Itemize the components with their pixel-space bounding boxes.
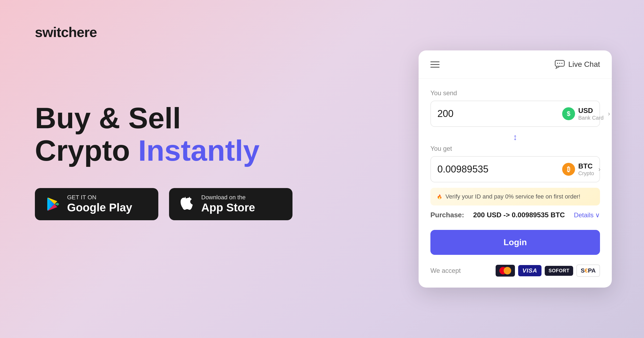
live-chat-button[interactable]: Live Chat — [554, 59, 600, 70]
apple-icon — [179, 196, 195, 212]
widget-header: Live Chat — [419, 50, 612, 79]
headline-instantly: Instantly — [138, 134, 259, 167]
widget-body: You send $ USD Bank Card › ↕ You get ₿ — [419, 79, 612, 288]
visa-badge: VISA — [518, 265, 541, 276]
live-chat-label: Live Chat — [568, 60, 600, 69]
receive-field: ₿ BTC Crypto › — [430, 156, 600, 182]
hamburger-menu[interactable] — [430, 61, 440, 68]
receive-amount-input[interactable] — [437, 164, 558, 175]
usd-icon: $ — [562, 107, 575, 120]
app-store-small: Download on the — [201, 194, 255, 201]
login-button[interactable]: Login — [430, 230, 600, 255]
details-chevron: ∨ — [595, 211, 600, 219]
usd-type: Bank Card — [578, 115, 604, 121]
promo-text: Verify your ID and pay 0% service fee on… — [445, 193, 580, 200]
receive-label: You get — [430, 145, 600, 152]
send-currency-selector[interactable]: $ USD Bank Card › — [562, 106, 610, 121]
google-play-button[interactable]: GET IT ON Google Play — [35, 188, 158, 221]
app-buttons: GET IT ON Google Play Download on the Ap… — [35, 188, 295, 221]
swap-icon: ↕ — [513, 132, 517, 142]
mastercard-icon — [499, 267, 511, 274]
app-store-button[interactable]: Download on the App Store — [169, 188, 292, 221]
btc-icon: ₿ — [562, 163, 575, 176]
promo-banner: 🔥 Verify your ID and pay 0% service fee … — [430, 188, 600, 205]
logo: switchere — [35, 24, 97, 40]
btc-info: BTC Crypto — [578, 162, 594, 177]
chat-bubble-icon — [554, 59, 565, 70]
purchase-label: Purchase: — [430, 211, 464, 219]
svg-point-1 — [557, 63, 558, 64]
send-label: You send — [430, 89, 600, 97]
hamburger-line-1 — [430, 61, 440, 62]
details-button[interactable]: Details ∨ — [574, 211, 600, 219]
payment-label: We accept — [430, 267, 461, 274]
btc-code: BTC — [578, 162, 592, 170]
swap-button[interactable]: ↕ — [430, 132, 600, 142]
btc-chevron: › — [598, 166, 601, 173]
payment-row: We accept VISA SOFORT — [430, 264, 600, 277]
sepa-euro: € — [585, 267, 588, 274]
sofort-label: SOFORT — [548, 268, 569, 274]
purchase-value: 200 USD -> 0.00989535 BTC — [473, 211, 565, 219]
sepa-badge: S€PA — [576, 264, 600, 277]
usd-info: USD Bank Card — [578, 106, 604, 121]
sofort-badge: SOFORT — [545, 266, 573, 276]
google-play-icon — [45, 196, 61, 212]
send-field: $ USD Bank Card › — [430, 101, 600, 127]
mastercard-badge — [496, 265, 515, 277]
promo-emoji: 🔥 — [437, 194, 442, 199]
hamburger-line-2 — [430, 64, 440, 65]
headline-crypto: Crypto — [35, 134, 138, 167]
receive-currency-selector[interactable]: ₿ BTC Crypto › — [562, 162, 601, 177]
app-store-large: App Store — [201, 201, 255, 214]
usd-code: USD — [578, 106, 593, 115]
headline-line1: Buy & Sell — [35, 102, 295, 134]
app-store-text: Download on the App Store — [201, 194, 255, 215]
google-play-large: Google Play — [67, 201, 132, 214]
send-amount-input[interactable] — [437, 108, 558, 119]
svg-point-3 — [561, 63, 562, 64]
usd-chevron: › — [608, 110, 610, 117]
exchange-widget: Live Chat You send $ USD Bank Card › ↕ Y… — [419, 50, 612, 288]
headline-line2: Crypto Instantly — [35, 134, 295, 167]
sepa-label: S€PA — [581, 267, 596, 274]
hamburger-line-3 — [430, 67, 440, 68]
purchase-row: Purchase: 200 USD -> 0.00989535 BTC Deta… — [430, 211, 600, 219]
headline: Buy & Sell Crypto Instantly — [35, 102, 295, 167]
svg-point-2 — [559, 63, 560, 64]
left-section: switchere Buy & Sell Crypto Instantly — [0, 0, 295, 338]
btc-type: Crypto — [578, 170, 594, 177]
google-play-text: GET IT ON Google Play — [67, 194, 132, 215]
google-play-small: GET IT ON — [67, 194, 132, 201]
payment-icons: VISA SOFORT S€PA — [496, 264, 600, 277]
visa-label: VISA — [522, 267, 537, 274]
mc-orange-circle — [504, 267, 511, 274]
details-label: Details — [574, 211, 594, 219]
